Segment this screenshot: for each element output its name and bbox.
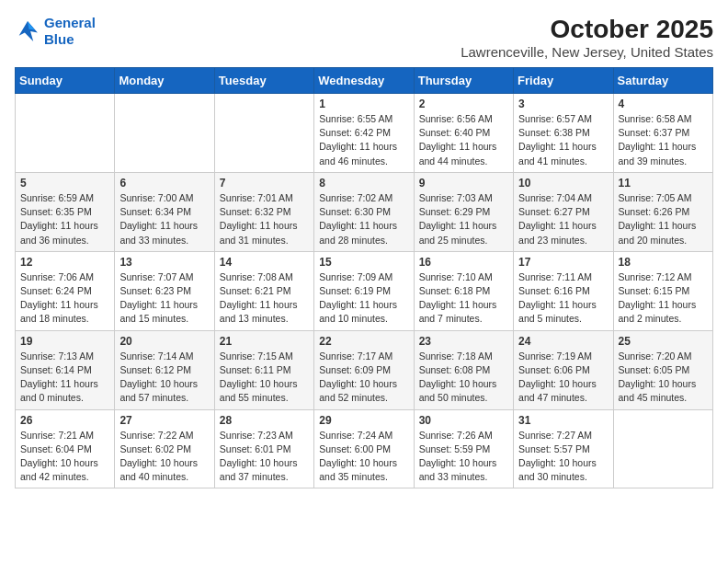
calendar-cell: 30Sunrise: 7:26 AM Sunset: 5:59 PM Dayli… [414, 409, 513, 488]
calendar-week-row: 19Sunrise: 7:13 AM Sunset: 6:14 PM Dayli… [16, 330, 713, 409]
day-info: Sunrise: 7:07 AM Sunset: 6:23 PM Dayligh… [119, 270, 209, 327]
weekday-header: Wednesday [314, 68, 414, 94]
day-number: 22 [319, 335, 408, 348]
day-number: 7 [220, 177, 309, 190]
day-info: Sunrise: 7:12 AM Sunset: 6:15 PM Dayligh… [619, 270, 708, 327]
calendar-cell: 20Sunrise: 7:14 AM Sunset: 6:12 PM Dayli… [115, 330, 214, 409]
calendar-cell: 7Sunrise: 7:01 AM Sunset: 6:32 PM Daylig… [214, 172, 313, 251]
day-info: Sunrise: 7:26 AM Sunset: 5:59 PM Dayligh… [419, 429, 508, 485]
day-info: Sunrise: 7:09 AM Sunset: 6:19 PM Dayligh… [319, 270, 408, 327]
day-info: Sunrise: 6:56 AM Sunset: 6:40 PM Dayligh… [419, 112, 508, 168]
day-number: 4 [619, 98, 708, 110]
calendar-cell: 26Sunrise: 7:21 AM Sunset: 6:04 PM Dayli… [16, 409, 115, 488]
calendar-week-row: 26Sunrise: 7:21 AM Sunset: 6:04 PM Dayli… [16, 409, 713, 488]
day-number: 6 [119, 177, 209, 190]
calendar-cell: 18Sunrise: 7:12 AM Sunset: 6:15 PM Dayli… [613, 251, 712, 330]
day-info: Sunrise: 7:10 AM Sunset: 6:18 PM Dayligh… [419, 270, 508, 327]
calendar-cell: 27Sunrise: 7:22 AM Sunset: 6:02 PM Dayli… [115, 409, 214, 488]
day-number: 20 [119, 335, 209, 348]
day-number: 28 [220, 414, 309, 427]
day-info: Sunrise: 6:58 AM Sunset: 6:37 PM Dayligh… [619, 112, 708, 168]
day-info: Sunrise: 7:02 AM Sunset: 6:30 PM Dayligh… [319, 191, 408, 247]
day-info: Sunrise: 7:18 AM Sunset: 6:08 PM Dayligh… [419, 350, 508, 406]
calendar-cell: 3Sunrise: 6:57 AM Sunset: 6:38 PM Daylig… [514, 94, 613, 173]
day-info: Sunrise: 7:11 AM Sunset: 6:16 PM Dayligh… [518, 270, 608, 327]
day-info: Sunrise: 7:06 AM Sunset: 6:24 PM Dayligh… [20, 270, 109, 327]
logo-text: General Blue [44, 15, 96, 48]
calendar-cell: 24Sunrise: 7:19 AM Sunset: 6:06 PM Dayli… [514, 330, 613, 409]
calendar-cell: 17Sunrise: 7:11 AM Sunset: 6:16 PM Dayli… [514, 251, 613, 330]
day-number: 3 [518, 98, 608, 110]
weekday-header: Thursday [414, 68, 513, 94]
day-number: 31 [518, 414, 608, 427]
day-info: Sunrise: 7:23 AM Sunset: 6:01 PM Dayligh… [220, 429, 309, 485]
calendar-cell [613, 409, 712, 488]
calendar-cell: 21Sunrise: 7:15 AM Sunset: 6:11 PM Dayli… [214, 330, 313, 409]
day-info: Sunrise: 7:04 AM Sunset: 6:27 PM Dayligh… [518, 191, 608, 247]
day-info: Sunrise: 7:13 AM Sunset: 6:14 PM Dayligh… [20, 350, 109, 406]
calendar-week-row: 5Sunrise: 6:59 AM Sunset: 6:35 PM Daylig… [16, 172, 713, 251]
logo: General Blue [15, 15, 96, 48]
calendar-cell: 14Sunrise: 7:08 AM Sunset: 6:21 PM Dayli… [214, 251, 313, 330]
calendar-cell: 1Sunrise: 6:55 AM Sunset: 6:42 PM Daylig… [314, 94, 414, 173]
day-info: Sunrise: 6:57 AM Sunset: 6:38 PM Dayligh… [518, 112, 608, 168]
day-number: 18 [619, 256, 708, 269]
day-info: Sunrise: 7:00 AM Sunset: 6:34 PM Dayligh… [119, 191, 209, 247]
calendar-cell: 6Sunrise: 7:00 AM Sunset: 6:34 PM Daylig… [115, 172, 214, 251]
day-number: 27 [119, 414, 209, 427]
calendar-cell: 4Sunrise: 6:58 AM Sunset: 6:37 PM Daylig… [613, 94, 712, 173]
weekday-header: Saturday [613, 68, 712, 94]
weekday-header-row: SundayMondayTuesdayWednesdayThursdayFrid… [16, 68, 713, 94]
day-info: Sunrise: 7:27 AM Sunset: 5:57 PM Dayligh… [518, 429, 608, 485]
calendar-cell: 10Sunrise: 7:04 AM Sunset: 6:27 PM Dayli… [514, 172, 613, 251]
day-info: Sunrise: 6:59 AM Sunset: 6:35 PM Dayligh… [20, 191, 109, 247]
day-info: Sunrise: 7:19 AM Sunset: 6:06 PM Dayligh… [518, 350, 608, 406]
day-info: Sunrise: 7:01 AM Sunset: 6:32 PM Dayligh… [220, 191, 309, 247]
calendar-subtitle: Lawrenceville, New Jersey, United States [461, 44, 713, 60]
day-info: Sunrise: 6:55 AM Sunset: 6:42 PM Dayligh… [319, 112, 408, 168]
day-number: 13 [119, 256, 209, 269]
day-number: 30 [419, 414, 508, 427]
calendar-cell: 16Sunrise: 7:10 AM Sunset: 6:18 PM Dayli… [414, 251, 513, 330]
logo-icon [15, 18, 40, 44]
day-number: 25 [619, 335, 708, 348]
calendar-cell: 9Sunrise: 7:03 AM Sunset: 6:29 PM Daylig… [414, 172, 513, 251]
day-number: 5 [20, 177, 109, 190]
calendar-cell: 23Sunrise: 7:18 AM Sunset: 6:08 PM Dayli… [414, 330, 513, 409]
calendar-cell: 12Sunrise: 7:06 AM Sunset: 6:24 PM Dayli… [16, 251, 115, 330]
day-info: Sunrise: 7:17 AM Sunset: 6:09 PM Dayligh… [319, 350, 408, 406]
calendar-week-row: 1Sunrise: 6:55 AM Sunset: 6:42 PM Daylig… [16, 94, 713, 173]
day-number: 11 [619, 177, 708, 190]
calendar-cell: 5Sunrise: 6:59 AM Sunset: 6:35 PM Daylig… [16, 172, 115, 251]
calendar-table: SundayMondayTuesdayWednesdayThursdayFrid… [15, 67, 713, 488]
day-number: 26 [20, 414, 109, 427]
day-number: 21 [220, 335, 309, 348]
calendar-cell [214, 94, 313, 173]
calendar-cell: 25Sunrise: 7:20 AM Sunset: 6:05 PM Dayli… [613, 330, 712, 409]
day-number: 16 [419, 256, 508, 269]
calendar-cell: 8Sunrise: 7:02 AM Sunset: 6:30 PM Daylig… [314, 172, 414, 251]
calendar-cell: 15Sunrise: 7:09 AM Sunset: 6:19 PM Dayli… [314, 251, 414, 330]
weekday-header: Sunday [16, 68, 115, 94]
calendar-cell [16, 94, 115, 173]
day-number: 15 [319, 256, 408, 269]
day-number: 9 [419, 177, 508, 190]
day-number: 24 [518, 335, 608, 348]
day-info: Sunrise: 7:20 AM Sunset: 6:05 PM Dayligh… [619, 350, 708, 406]
calendar-cell: 19Sunrise: 7:13 AM Sunset: 6:14 PM Dayli… [16, 330, 115, 409]
day-number: 10 [518, 177, 608, 190]
calendar-cell [115, 94, 214, 173]
day-info: Sunrise: 7:14 AM Sunset: 6:12 PM Dayligh… [119, 350, 209, 406]
day-number: 23 [419, 335, 508, 348]
day-number: 14 [220, 256, 309, 269]
day-number: 12 [20, 256, 109, 269]
day-number: 19 [20, 335, 109, 348]
day-number: 29 [319, 414, 408, 427]
weekday-header: Monday [115, 68, 214, 94]
day-info: Sunrise: 7:22 AM Sunset: 6:02 PM Dayligh… [119, 429, 209, 485]
day-number: 2 [419, 98, 508, 110]
page-header: General Blue October 2025 Lawrenceville,… [15, 15, 713, 60]
title-block: October 2025 Lawrenceville, New Jersey, … [461, 15, 713, 60]
day-info: Sunrise: 7:08 AM Sunset: 6:21 PM Dayligh… [220, 270, 309, 327]
day-info: Sunrise: 7:21 AM Sunset: 6:04 PM Dayligh… [20, 429, 109, 485]
